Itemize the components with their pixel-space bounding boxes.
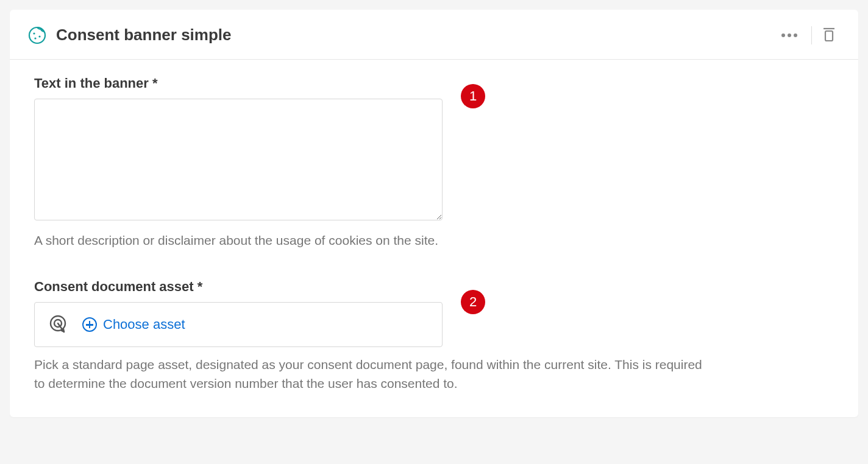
consent-asset-label: Consent document asset * xyxy=(34,279,834,295)
svg-point-4 xyxy=(781,33,785,37)
consent-banner-card: Consent banner simple xyxy=(10,10,858,417)
svg-point-5 xyxy=(788,33,791,37)
svg-point-2 xyxy=(34,37,36,39)
target-icon xyxy=(47,314,69,336)
svg-point-1 xyxy=(33,32,35,34)
header-divider xyxy=(811,26,812,44)
consent-asset-help: Pick a standard page asset, designated a… xyxy=(34,356,705,393)
card-body: 1 Text in the banner * A short descripti… xyxy=(10,60,858,399)
choose-asset-button[interactable]: Choose asset xyxy=(82,317,185,332)
svg-rect-8 xyxy=(825,31,833,41)
annotation-badge-1: 1 xyxy=(461,84,485,108)
banner-text-help: A short description or disclaimer about … xyxy=(34,231,705,250)
banner-text-input[interactable] xyxy=(34,99,443,220)
delete-button[interactable] xyxy=(817,22,841,48)
more-button[interactable] xyxy=(772,27,806,43)
trash-icon xyxy=(822,26,836,44)
plus-circle-icon xyxy=(82,317,97,332)
card-title: Consent banner simple xyxy=(56,26,772,44)
banner-text-label: Text in the banner * xyxy=(34,76,834,91)
more-icon xyxy=(781,30,798,40)
banner-text-field: 1 Text in the banner * A short descripti… xyxy=(34,76,834,250)
cookie-icon xyxy=(27,25,48,46)
svg-point-6 xyxy=(794,33,797,37)
svg-point-3 xyxy=(38,35,40,37)
asset-picker[interactable]: Choose asset xyxy=(34,302,443,347)
choose-asset-label: Choose asset xyxy=(103,317,185,332)
header-actions xyxy=(772,22,841,48)
consent-asset-field: 2 Consent document asset * Choose asset … xyxy=(34,279,834,393)
card-header: Consent banner simple xyxy=(10,10,858,60)
annotation-badge-2: 2 xyxy=(461,290,485,314)
